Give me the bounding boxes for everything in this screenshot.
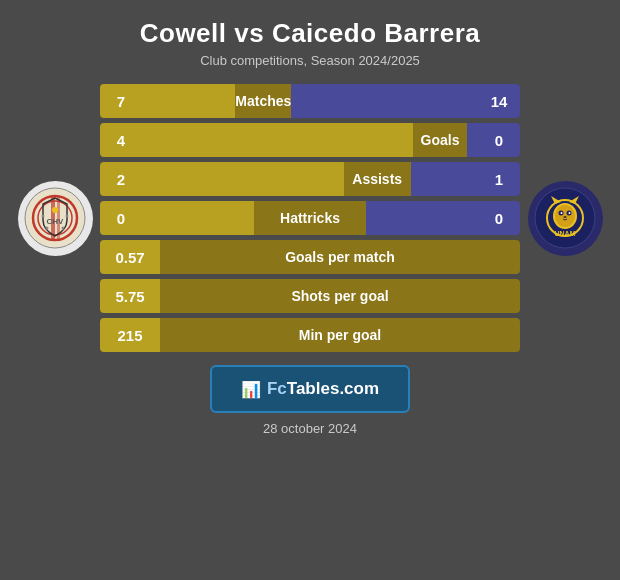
svg-point-5 bbox=[52, 207, 58, 213]
hattricks-label: Hattricks bbox=[280, 210, 340, 226]
goals-bar: Goals bbox=[413, 123, 467, 157]
page-wrapper: Cowell vs Caicedo Barrera Club competiti… bbox=[0, 0, 620, 580]
content-area: CHV 7 Matches 14 bbox=[0, 74, 620, 357]
min-per-goal-val: 215 bbox=[100, 318, 160, 352]
svg-point-9 bbox=[45, 226, 48, 229]
matches-left-val: 7 bbox=[100, 84, 142, 118]
assists-label: Assists bbox=[352, 171, 402, 187]
subtitle: Club competitions, Season 2024/2025 bbox=[20, 53, 600, 68]
goals-per-match-val: 0.57 bbox=[100, 240, 160, 274]
stat-row-hattricks: 0 Hattricks 0 bbox=[100, 201, 520, 235]
right-logo: UNAM bbox=[520, 181, 610, 256]
stat-row-goals: 4 Goals 0 bbox=[100, 123, 520, 157]
svg-point-7 bbox=[41, 214, 44, 217]
assists-bar: Assists bbox=[344, 162, 411, 196]
left-logo: CHV bbox=[10, 181, 100, 256]
date-text: 28 october 2024 bbox=[263, 421, 357, 444]
svg-point-18 bbox=[568, 212, 570, 214]
stat-row-goals-per-match: 0.57 Goals per match bbox=[100, 240, 520, 274]
stat-row-shots-per-goal: 5.75 Shots per goal bbox=[100, 279, 520, 313]
hattricks-left-val: 0 bbox=[100, 201, 142, 235]
main-title: Cowell vs Caicedo Barrera bbox=[20, 18, 600, 49]
goals-per-match-bar: Goals per match bbox=[160, 240, 520, 274]
svg-text:UNAM: UNAM bbox=[554, 230, 575, 237]
hattricks-bar: Hattricks bbox=[254, 201, 366, 235]
left-team-logo: CHV bbox=[18, 181, 93, 256]
svg-point-8 bbox=[65, 214, 68, 217]
fctables-text: FcTables.com bbox=[267, 379, 379, 399]
svg-point-10 bbox=[61, 226, 64, 229]
matches-right-val: 14 bbox=[478, 84, 520, 118]
matches-label: Matches bbox=[235, 93, 291, 109]
goals-label: Goals bbox=[421, 132, 460, 148]
goals-right-val: 0 bbox=[478, 123, 520, 157]
goals-left-val: 4 bbox=[100, 123, 142, 157]
fctables-icon: 📊 bbox=[241, 380, 261, 399]
svg-point-17 bbox=[560, 212, 562, 214]
shots-per-goal-bar: Shots per goal bbox=[160, 279, 520, 313]
min-per-goal-label: Min per goal bbox=[299, 327, 381, 343]
stat-row-matches: 7 Matches 14 bbox=[100, 84, 520, 118]
stats-section: 7 Matches 14 4 Goals 0 2 bbox=[100, 84, 520, 352]
stat-row-assists: 2 Assists 1 bbox=[100, 162, 520, 196]
svg-point-19 bbox=[563, 216, 566, 218]
matches-bar: Matches bbox=[235, 84, 291, 118]
right-team-logo: UNAM bbox=[528, 181, 603, 256]
svg-text:CHV: CHV bbox=[46, 217, 64, 226]
stat-row-min-per-goal: 215 Min per goal bbox=[100, 318, 520, 352]
title-section: Cowell vs Caicedo Barrera Club competiti… bbox=[0, 0, 620, 74]
fctables-banner[interactable]: 📊 FcTables.com bbox=[210, 365, 410, 413]
hattricks-right-val: 0 bbox=[478, 201, 520, 235]
min-per-goal-bar: Min per goal bbox=[160, 318, 520, 352]
assists-left-val: 2 bbox=[100, 162, 142, 196]
goals-per-match-label: Goals per match bbox=[285, 249, 395, 265]
shots-per-goal-val: 5.75 bbox=[100, 279, 160, 313]
assists-right-val: 1 bbox=[478, 162, 520, 196]
shots-per-goal-label: Shots per goal bbox=[291, 288, 388, 304]
